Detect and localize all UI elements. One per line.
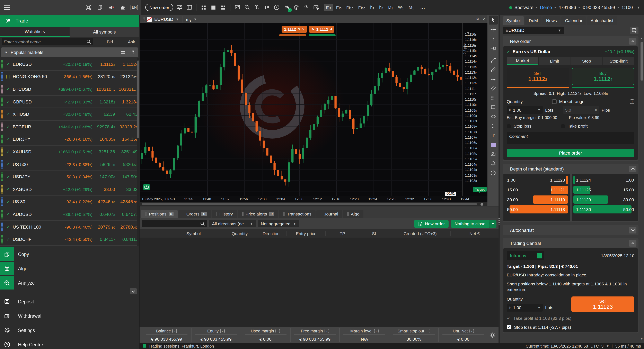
chart-snapshot-button[interactable] [143, 184, 150, 190]
draw-tool-alert[interactable] [489, 159, 498, 168]
bottom-tab-history[interactable]: History [212, 210, 237, 218]
quantity-stepper[interactable]: ▲▼ 1.00 ▼ [507, 106, 543, 114]
objects-icon[interactable] [293, 4, 300, 11]
new-order-button[interactable]: New order [145, 4, 173, 11]
account-info[interactable]: Spotware• Demo• 4791386• € 90 033 455.99… [509, 5, 640, 10]
bid-price[interactable]: 1.32182 [92, 99, 115, 104]
scroll-down-icon[interactable]: ▼ [640, 337, 644, 340]
mute-icon[interactable] [108, 4, 115, 11]
symbol-search-field[interactable] [2, 38, 93, 45]
ask-price[interactable]: 147.906 [115, 174, 138, 179]
order-type-stop-limit[interactable]: Stop-limit [603, 57, 634, 65]
watchlist-row-gbpusd[interactable]: ✓GBPUSD+42.9 (+0.33%)1.321821.32184 [0, 96, 139, 108]
info-icon[interactable]: i [630, 99, 634, 104]
tc-take-profit-row[interactable]: ✓ Take profit at 1.103 (82.3 pips) [507, 316, 634, 321]
collapse-dom-button[interactable] [629, 166, 636, 172]
timeframe-m30[interactable]: m30 [356, 4, 367, 11]
watchlist-row-btceur[interactable]: ✓BTCEUR+4446.4 (+0.48%)92978.4993023.27 [0, 121, 139, 133]
chart-symbol-caret[interactable]: ▼ [176, 17, 179, 21]
timeframe-W1[interactable]: W1 [396, 4, 406, 11]
info-icon[interactable]: i [374, 329, 378, 333]
tc-sell-button[interactable]: Sell 1.11123 [571, 296, 634, 312]
draw-tool-pencil[interactable] [489, 65, 498, 74]
right-tab-calendar[interactable]: Calendar [561, 16, 586, 25]
watchlist-row-xauusd[interactable]: ✓XAUUSD+1660.0 (+0.51%)3251.363251.49 [0, 146, 139, 158]
column-header-entry-price[interactable]: Entry price [286, 231, 325, 236]
draw-tool-price-range[interactable] [489, 121, 498, 130]
bid-price[interactable]: 20779.80 [92, 224, 115, 229]
bottom-tab-positions[interactable]: Positions0 [141, 210, 178, 218]
sidebar-item-help-centre[interactable]: Help Centre [0, 338, 139, 349]
aggregation-filter-select[interactable]: Not aggregated▼ [258, 220, 299, 227]
bid-price[interactable]: 0.84117 [92, 237, 115, 242]
watchlist-row-eurusd[interactable]: ✓EURUSD+20.2 (+0.18%)1.111231.11124 [0, 58, 139, 70]
draw-tool-crosshair-box[interactable] [489, 44, 498, 53]
language-badge[interactable]: EN [130, 5, 138, 10]
draw-tool-color-swatch[interactable] [489, 140, 498, 149]
chart-timeframe-label[interactable]: m1 [186, 16, 191, 22]
watchlist-row-btcusd[interactable]: ✓BTCUSD+6894.0 (+0.67%)103310...103331..… [0, 83, 139, 95]
timeframe-D1[interactable]: D1 [386, 4, 395, 11]
ask-price[interactable]: 93023.27 [115, 124, 138, 129]
bid-price[interactable]: 1.11123 [92, 62, 115, 67]
price-axis[interactable]: 2.5 pips 1.111651.111601.111551.111501.1… [462, 23, 488, 196]
watchlist-row-xtiusd[interactable]: ✓XTIUSD+30.0 (+0.48%)62.3962.43 [0, 108, 139, 121]
symbol-select[interactable]: EURUSD▼ [502, 26, 564, 34]
right-panel-scrollbar[interactable]: ▲ ▼ [640, 37, 644, 340]
info-icon[interactable]: i [324, 329, 329, 333]
bottom-tab-price-alerts[interactable]: Price alerts0 [238, 210, 278, 218]
timeframe-h1[interactable]: h1 [368, 4, 376, 11]
intraday-toggle[interactable]: Intraday [507, 251, 544, 260]
list-view-icon[interactable] [120, 50, 126, 55]
info-icon[interactable]: i [470, 329, 474, 333]
draw-tool-trend-line[interactable] [489, 56, 498, 65]
chart-settings-icon[interactable] [312, 4, 320, 11]
chart-horizontal-scrollbar[interactable] [140, 202, 488, 206]
column-header-symbol[interactable]: Symbol [163, 231, 224, 236]
bid-price[interactable]: 0.64073 [92, 212, 115, 217]
draw-tool-fibonacci[interactable] [489, 93, 498, 102]
sidebar-item-algo[interactable]: Algo [0, 262, 139, 275]
panel-resize-handle[interactable] [498, 15, 500, 343]
draw-tool-crosshair[interactable] [489, 25, 498, 34]
info-icon[interactable]: i [426, 329, 430, 333]
buy-button[interactable]: Buy 1.11124 [572, 68, 634, 85]
take-profit-checkbox[interactable] [561, 124, 565, 128]
info-icon[interactable]: i [276, 329, 280, 333]
bottom-tab-transactions[interactable]: Transactions [279, 210, 315, 218]
draw-tool-camera[interactable] [489, 150, 498, 159]
more-timeframes-button[interactable]: ... [418, 4, 428, 11]
visibility-icon[interactable] [303, 4, 310, 11]
draw-tool-brush[interactable] [489, 74, 498, 83]
market-range-checkbox[interactable] [552, 99, 556, 104]
timezone-select[interactable]: UTC+3 [590, 344, 604, 348]
draw-tool-text[interactable]: T [489, 131, 498, 140]
quick-sell-badge[interactable]: 1.11123 ⇘ [282, 26, 307, 33]
ask-price[interactable]: 103331... [115, 87, 138, 92]
right-tab-autochartist[interactable]: Autochartist [587, 16, 617, 25]
expand-autochartist-button[interactable] [629, 227, 636, 234]
ask-price[interactable]: 3251.49 [115, 149, 138, 154]
chart-symbol-label[interactable]: EURUSD [154, 17, 173, 22]
fullscreen-icon[interactable] [85, 4, 92, 11]
timezone-caret[interactable]: ▼ [606, 344, 609, 348]
chart-type-icon[interactable] [263, 4, 271, 11]
tc-stop-loss-row[interactable]: ✓ Stop loss at 1.114 (-27.7 pips) [507, 325, 634, 329]
plugins-icon[interactable] [119, 4, 126, 11]
timeframe-h4[interactable]: h4 [377, 4, 385, 11]
dom-bid-row[interactable]: 1.001.11123 [505, 176, 568, 184]
order-type-stop[interactable]: Stop [571, 57, 602, 65]
dom-bid-row[interactable]: 30.001.11119 [505, 195, 568, 204]
chart-drag-handle[interactable] [142, 17, 144, 22]
bid-price[interactable]: 164.355 [92, 137, 115, 142]
chart-close-icon[interactable]: × [482, 17, 485, 22]
dom-ask-row[interactable]: 1.1112930.00 [573, 195, 636, 204]
collapse-new-order-button[interactable] [629, 38, 636, 44]
dom-ask-row[interactable]: 1.111241.00 [573, 176, 636, 184]
watchlist-row-xagusd[interactable]: ✓XAGUSD+42.0 (+1.29%)33.0033.02 [0, 183, 139, 196]
watchlist-row-audusd[interactable]: ✓AUDUSD+36.4 (+0.57%)0.640730.64073 [0, 208, 139, 221]
dom-header[interactable]: Depth of market (standard) [504, 165, 638, 173]
scrollbar-thumb[interactable] [640, 42, 644, 80]
bottom-tab-algo[interactable]: Algo [343, 210, 364, 218]
trading-central-header[interactable]: Trading Central [504, 239, 638, 247]
